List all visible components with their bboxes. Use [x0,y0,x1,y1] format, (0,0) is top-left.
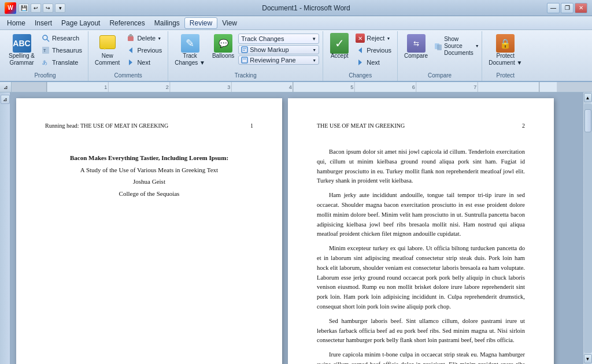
show-markup-arrow: ▼ [312,48,316,52]
tracking-content: ✎ TrackChanges ▼ 💬 Balloons Track Change… [172,32,319,68]
show-source-button[interactable]: Show Source Documents ▼ [432,35,478,58]
delete-arrow: ▼ [157,36,161,40]
compare-button[interactable]: ⇆ Compare [401,32,431,61]
new-comment-button[interactable]: NewComment [92,32,123,68]
reviewing-pane-button[interactable]: Reviewing Pane ▼ [238,55,319,65]
accept-label: Accept [331,53,349,60]
protect-content: 🔒 ProtectDocument ▼ [486,32,525,68]
view-ruler-btn[interactable]: ⊿ [1,95,10,104]
redo-quick-btn[interactable]: ↪ [43,3,53,13]
customize-quick-btn[interactable]: ▾ [55,3,65,13]
next-comment-button[interactable]: Next [124,57,164,68]
ribbon-group-compare: ⇆ Compare Show Source Documents ▼ Compar… [398,31,482,81]
previous-comment-button[interactable]: Previous [124,44,164,56]
page1-title-line4: College of the Sequoias [45,189,253,199]
page2-header-right: 2 [522,121,525,130]
svg-rect-21 [557,82,592,92]
svg-rect-20 [12,82,47,92]
reject-button[interactable]: ✕ Reject ▼ [353,32,394,44]
thesaurus-button[interactable]: T Thesaurus [39,44,84,56]
page2-header-left: THE USE OF MEAT IN GREEKING [317,121,405,130]
page1-title-line3: Joshua Geist [45,177,253,187]
svg-marker-8 [129,47,132,53]
previous-comment-icon [126,46,135,55]
new-comment-icon [98,34,117,53]
reviewing-pane-arrow: ▼ [312,58,316,62]
ribbon-group-tracking: ✎ TrackChanges ▼ 💬 Balloons Track Change… [168,31,323,81]
menu-references[interactable]: References [105,18,149,28]
scroll-thumb[interactable] [584,109,591,132]
svg-rect-5 [128,36,134,41]
document-area[interactable]: Running head: THE USE OF MEAT IN GREEKIN… [10,92,583,364]
svg-line-1 [47,39,49,42]
save-quick-btn[interactable]: 💾 [18,3,29,13]
scroll-up-btn[interactable]: ▲ [584,93,592,102]
comments-label: Comments [92,72,164,79]
svg-rect-19 [12,82,592,92]
show-markup-label: Show Markup [250,46,288,53]
svg-marker-15 [358,47,362,53]
scroll-down-btn[interactable]: ▼ [584,354,592,363]
app-icon: W [5,2,16,14]
proofing-small-btns: Research T Thesaurus あ Translate [39,32,84,68]
show-markup-button[interactable]: Show Markup ▼ [238,45,319,54]
final-showing-markup-dropdown[interactable]: Track Changes ▼ [238,34,319,44]
svg-text:2: 2 [166,85,169,91]
menu-view[interactable]: View [217,18,242,28]
window-controls: — ❐ ✕ [547,3,587,13]
track-changes-icon: ✎ [181,34,199,53]
page2-body: Bacon ipsum dolor sit amet nisi jowl cap… [317,147,525,364]
compare-label: Compare [401,72,478,79]
delete-comment-button[interactable]: Delete ▼ [124,32,164,44]
undo-quick-btn[interactable]: ↩ [31,3,41,13]
next-comment-icon [126,58,135,67]
balloons-button[interactable]: 💬 Balloons [209,32,237,61]
menu-review[interactable]: Review [184,17,217,29]
track-changes-button[interactable]: ✎ TrackChanges ▼ [172,32,208,68]
protect-document-button[interactable]: 🔒 ProtectDocument ▼ [486,32,525,68]
scroll-track[interactable] [584,103,592,353]
svg-text:5: 5 [350,85,353,91]
svg-text:1: 1 [104,85,107,91]
show-source-icon [434,42,442,51]
spelling-grammar-icon: ABC [13,34,31,53]
ruler-area: ⊿ 1 2 3 4 5 6 7 [0,82,592,92]
menu-home[interactable]: Home [2,18,30,28]
menu-mailings[interactable]: Mailings [150,18,184,28]
quick-access-toolbar: 💾 ↩ ↪ ▾ [18,3,65,13]
menu-insert[interactable]: Insert [30,18,57,28]
minimize-btn[interactable]: — [547,3,560,13]
page1-header: Running head: THE USE OF MEAT IN GREEKIN… [45,121,253,130]
svg-text:7: 7 [473,85,476,91]
accept-icon: ✓ [330,34,349,53]
comments-small-btns: Delete ▼ Previous Next [124,32,164,68]
next-change-icon [356,58,365,67]
svg-text:あ: あ [42,60,47,65]
menu-page-layout[interactable]: Page Layout [57,18,105,28]
research-button[interactable]: Research [39,32,84,44]
protect-label: Protect [486,72,525,79]
compare-label: Compare [404,53,428,60]
page1-header-right: 1 [250,121,253,130]
page2-para5: Irure capicola minim t-bone culpa in occ… [317,350,525,364]
title-bar: W 💾 ↩ ↪ ▾ Document1 - Microsoft Word — ❐… [0,0,592,16]
markup-dropdown-arrow: ▼ [312,36,316,42]
markup-dropdown-label: Track Changes [241,35,284,42]
previous-change-button[interactable]: Previous [353,44,394,56]
compare-content: ⇆ Compare Show Source Documents ▼ [401,32,478,61]
translate-button[interactable]: あ Translate [39,57,84,68]
restore-btn[interactable]: ❐ [561,3,574,13]
changes-content: ✓ Accept ✕ Reject ▼ Previous [327,32,394,68]
close-btn[interactable]: ✕ [575,3,587,13]
ribbon-group-protect: 🔒 ProtectDocument ▼ Protect [482,31,528,81]
page-2: THE USE OF MEAT IN GREEKING 2 Bacon ipsu… [288,98,554,364]
page-1: Running head: THE USE OF MEAT IN GREEKIN… [16,98,282,364]
accept-button[interactable]: ✓ Accept [327,32,352,61]
next-change-button[interactable]: Next [353,57,394,68]
spelling-grammar-button[interactable]: ABC Spelling &Grammar [6,32,38,68]
horizontal-ruler: 1 2 3 4 5 6 7 [12,82,592,92]
page2-para4: Sed hamburger laboris beef. Sint ullamco… [317,317,525,346]
ruler-corner-btn[interactable]: ⊿ [0,82,12,92]
changes-small-btns: ✕ Reject ▼ Previous Next [353,32,394,68]
reviewing-pane-label: Reviewing Pane [250,57,296,64]
